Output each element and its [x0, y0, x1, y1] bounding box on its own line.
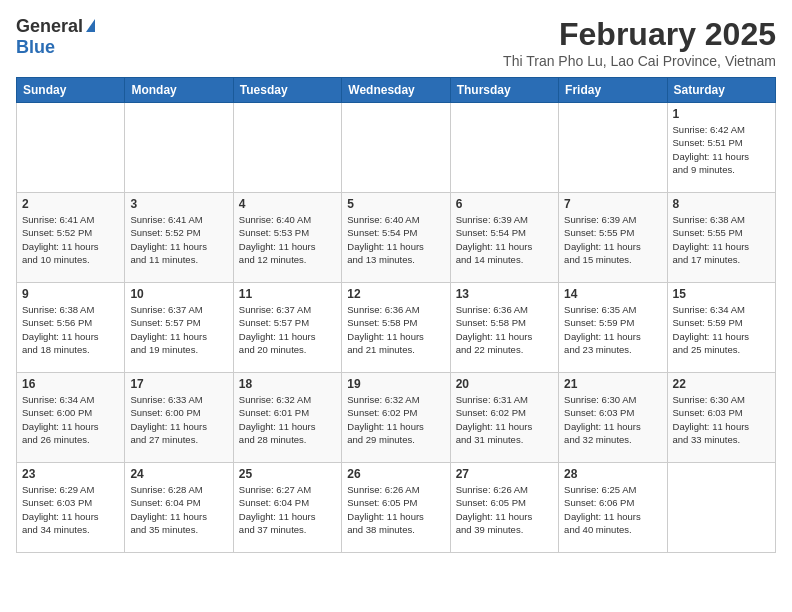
day-info: Sunrise: 6:37 AM Sunset: 5:57 PM Dayligh… [130, 303, 227, 356]
day-number: 20 [456, 377, 553, 391]
day-number: 5 [347, 197, 444, 211]
day-number: 6 [456, 197, 553, 211]
calendar-cell: 25Sunrise: 6:27 AM Sunset: 6:04 PM Dayli… [233, 463, 341, 553]
day-info: Sunrise: 6:28 AM Sunset: 6:04 PM Dayligh… [130, 483, 227, 536]
logo-triangle-icon [86, 19, 95, 32]
calendar-table: SundayMondayTuesdayWednesdayThursdayFrid… [16, 77, 776, 553]
day-number: 9 [22, 287, 119, 301]
day-info: Sunrise: 6:31 AM Sunset: 6:02 PM Dayligh… [456, 393, 553, 446]
calendar-cell: 6Sunrise: 6:39 AM Sunset: 5:54 PM Daylig… [450, 193, 558, 283]
day-of-week-header: Friday [559, 78, 667, 103]
day-info: Sunrise: 6:25 AM Sunset: 6:06 PM Dayligh… [564, 483, 661, 536]
day-number: 11 [239, 287, 336, 301]
calendar-cell: 16Sunrise: 6:34 AM Sunset: 6:00 PM Dayli… [17, 373, 125, 463]
day-number: 18 [239, 377, 336, 391]
calendar-cell [125, 103, 233, 193]
day-info: Sunrise: 6:32 AM Sunset: 6:02 PM Dayligh… [347, 393, 444, 446]
calendar-cell: 20Sunrise: 6:31 AM Sunset: 6:02 PM Dayli… [450, 373, 558, 463]
calendar-cell [450, 103, 558, 193]
day-info: Sunrise: 6:38 AM Sunset: 5:56 PM Dayligh… [22, 303, 119, 356]
calendar-cell: 8Sunrise: 6:38 AM Sunset: 5:55 PM Daylig… [667, 193, 775, 283]
day-number: 14 [564, 287, 661, 301]
day-number: 19 [347, 377, 444, 391]
day-number: 23 [22, 467, 119, 481]
day-number: 25 [239, 467, 336, 481]
day-info: Sunrise: 6:27 AM Sunset: 6:04 PM Dayligh… [239, 483, 336, 536]
day-of-week-header: Wednesday [342, 78, 450, 103]
day-number: 21 [564, 377, 661, 391]
calendar-cell: 12Sunrise: 6:36 AM Sunset: 5:58 PM Dayli… [342, 283, 450, 373]
day-info: Sunrise: 6:26 AM Sunset: 6:05 PM Dayligh… [347, 483, 444, 536]
day-of-week-header: Monday [125, 78, 233, 103]
day-info: Sunrise: 6:34 AM Sunset: 5:59 PM Dayligh… [673, 303, 770, 356]
calendar-cell: 10Sunrise: 6:37 AM Sunset: 5:57 PM Dayli… [125, 283, 233, 373]
calendar-cell: 26Sunrise: 6:26 AM Sunset: 6:05 PM Dayli… [342, 463, 450, 553]
calendar-cell: 1Sunrise: 6:42 AM Sunset: 5:51 PM Daylig… [667, 103, 775, 193]
day-info: Sunrise: 6:41 AM Sunset: 5:52 PM Dayligh… [130, 213, 227, 266]
day-info: Sunrise: 6:26 AM Sunset: 6:05 PM Dayligh… [456, 483, 553, 536]
calendar-cell: 13Sunrise: 6:36 AM Sunset: 5:58 PM Dayli… [450, 283, 558, 373]
calendar-cell: 22Sunrise: 6:30 AM Sunset: 6:03 PM Dayli… [667, 373, 775, 463]
calendar-cell: 28Sunrise: 6:25 AM Sunset: 6:06 PM Dayli… [559, 463, 667, 553]
calendar-cell: 4Sunrise: 6:40 AM Sunset: 5:53 PM Daylig… [233, 193, 341, 283]
calendar-cell: 27Sunrise: 6:26 AM Sunset: 6:05 PM Dayli… [450, 463, 558, 553]
calendar-cell: 9Sunrise: 6:38 AM Sunset: 5:56 PM Daylig… [17, 283, 125, 373]
calendar-cell: 7Sunrise: 6:39 AM Sunset: 5:55 PM Daylig… [559, 193, 667, 283]
day-number: 1 [673, 107, 770, 121]
day-number: 8 [673, 197, 770, 211]
calendar-cell: 5Sunrise: 6:40 AM Sunset: 5:54 PM Daylig… [342, 193, 450, 283]
calendar-cell [17, 103, 125, 193]
day-info: Sunrise: 6:42 AM Sunset: 5:51 PM Dayligh… [673, 123, 770, 176]
calendar-cell: 24Sunrise: 6:28 AM Sunset: 6:04 PM Dayli… [125, 463, 233, 553]
day-info: Sunrise: 6:36 AM Sunset: 5:58 PM Dayligh… [347, 303, 444, 356]
day-of-week-header: Saturday [667, 78, 775, 103]
calendar-cell: 23Sunrise: 6:29 AM Sunset: 6:03 PM Dayli… [17, 463, 125, 553]
calendar-cell: 18Sunrise: 6:32 AM Sunset: 6:01 PM Dayli… [233, 373, 341, 463]
day-info: Sunrise: 6:32 AM Sunset: 6:01 PM Dayligh… [239, 393, 336, 446]
logo-general-text: General [16, 16, 83, 37]
day-info: Sunrise: 6:35 AM Sunset: 5:59 PM Dayligh… [564, 303, 661, 356]
day-number: 16 [22, 377, 119, 391]
day-number: 17 [130, 377, 227, 391]
calendar-cell: 15Sunrise: 6:34 AM Sunset: 5:59 PM Dayli… [667, 283, 775, 373]
calendar-cell [667, 463, 775, 553]
day-of-week-header: Thursday [450, 78, 558, 103]
day-of-week-header: Tuesday [233, 78, 341, 103]
day-number: 28 [564, 467, 661, 481]
day-number: 13 [456, 287, 553, 301]
day-number: 3 [130, 197, 227, 211]
day-info: Sunrise: 6:41 AM Sunset: 5:52 PM Dayligh… [22, 213, 119, 266]
calendar-cell [559, 103, 667, 193]
day-info: Sunrise: 6:39 AM Sunset: 5:54 PM Dayligh… [456, 213, 553, 266]
title-area: February 2025 Thi Tran Pho Lu, Lao Cai P… [503, 16, 776, 69]
calendar-cell: 21Sunrise: 6:30 AM Sunset: 6:03 PM Dayli… [559, 373, 667, 463]
day-number: 7 [564, 197, 661, 211]
day-number: 2 [22, 197, 119, 211]
day-number: 22 [673, 377, 770, 391]
day-number: 24 [130, 467, 227, 481]
calendar-cell: 19Sunrise: 6:32 AM Sunset: 6:02 PM Dayli… [342, 373, 450, 463]
month-title: February 2025 [503, 16, 776, 53]
calendar-cell: 11Sunrise: 6:37 AM Sunset: 5:57 PM Dayli… [233, 283, 341, 373]
page-header: General Blue February 2025 Thi Tran Pho … [16, 16, 776, 69]
day-of-week-header: Sunday [17, 78, 125, 103]
day-number: 15 [673, 287, 770, 301]
day-number: 4 [239, 197, 336, 211]
day-info: Sunrise: 6:29 AM Sunset: 6:03 PM Dayligh… [22, 483, 119, 536]
calendar-cell: 17Sunrise: 6:33 AM Sunset: 6:00 PM Dayli… [125, 373, 233, 463]
logo: General Blue [16, 16, 95, 58]
calendar-cell: 14Sunrise: 6:35 AM Sunset: 5:59 PM Dayli… [559, 283, 667, 373]
day-info: Sunrise: 6:39 AM Sunset: 5:55 PM Dayligh… [564, 213, 661, 266]
logo-blue-text: Blue [16, 37, 55, 57]
location: Thi Tran Pho Lu, Lao Cai Province, Vietn… [503, 53, 776, 69]
day-number: 12 [347, 287, 444, 301]
day-info: Sunrise: 6:37 AM Sunset: 5:57 PM Dayligh… [239, 303, 336, 356]
day-number: 27 [456, 467, 553, 481]
day-number: 26 [347, 467, 444, 481]
day-info: Sunrise: 6:38 AM Sunset: 5:55 PM Dayligh… [673, 213, 770, 266]
day-info: Sunrise: 6:40 AM Sunset: 5:53 PM Dayligh… [239, 213, 336, 266]
day-info: Sunrise: 6:36 AM Sunset: 5:58 PM Dayligh… [456, 303, 553, 356]
day-info: Sunrise: 6:33 AM Sunset: 6:00 PM Dayligh… [130, 393, 227, 446]
day-info: Sunrise: 6:30 AM Sunset: 6:03 PM Dayligh… [564, 393, 661, 446]
calendar-cell [233, 103, 341, 193]
